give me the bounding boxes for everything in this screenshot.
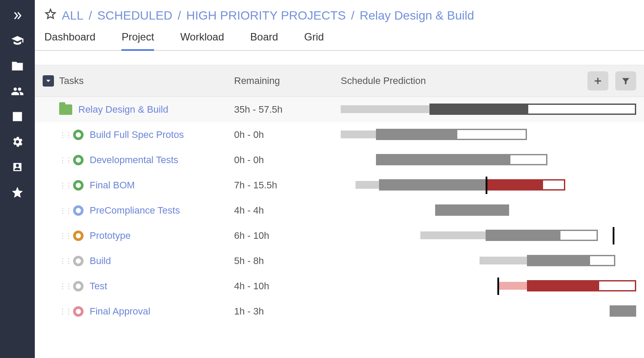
drag-handle-icon[interactable]: ⋮⋮: [59, 282, 67, 291]
task-row: ⋮⋮Developmental Tests0h - 0h: [35, 147, 644, 173]
gantt-segment[interactable]: [598, 280, 636, 291]
status-dot[interactable]: [73, 130, 84, 140]
task-row: ⋮⋮Build Full Spec Protos0h - 0h: [35, 122, 644, 147]
filter-button[interactable]: [615, 71, 636, 90]
drag-handle-icon[interactable]: ⋮⋮: [59, 232, 67, 240]
task-row: ⋮⋮Test4h - 10h: [35, 274, 644, 299]
breadcrumb-all[interactable]: ALL: [62, 9, 84, 23]
task-name[interactable]: Build: [90, 255, 111, 267]
profile-icon[interactable]: [10, 160, 24, 174]
schedule-bar: [341, 230, 636, 242]
drag-handle-icon[interactable]: ⋮⋮: [59, 156, 67, 164]
breadcrumb: ALL / SCHEDULED / HIGH PRIORITY PROJECTS…: [35, 0, 644, 27]
task-name[interactable]: Final BOM: [90, 180, 135, 191]
task-row: ⋮⋮PreCompliance Tests4h - 4h: [35, 198, 644, 223]
gantt-segment[interactable]: [559, 230, 597, 241]
task-name[interactable]: Final Approval: [90, 306, 150, 317]
status-dot[interactable]: [73, 155, 84, 165]
status-dot[interactable]: [73, 180, 84, 191]
gantt-segment[interactable]: [429, 104, 527, 115]
gantt-segment[interactable]: [542, 179, 565, 191]
tab-grid[interactable]: Grid: [304, 31, 324, 50]
task-name[interactable]: Relay Design & Build: [78, 104, 168, 115]
status-dot[interactable]: [73, 205, 84, 216]
task-name[interactable]: Test: [90, 281, 107, 292]
task-row: ⋮⋮Prototype6h - 10h: [35, 223, 644, 248]
remaining-value: 0h - 0h: [234, 129, 341, 141]
schedule-bar: [341, 104, 636, 116]
expand-sidebar-icon[interactable]: [10, 9, 24, 23]
task-row: ⋮⋮Final BOM7h - 15.5h: [35, 173, 644, 198]
projects-icon[interactable]: [10, 59, 24, 73]
tab-workload[interactable]: Workload: [180, 31, 224, 50]
view-tabs: Dashboard Project Workload Board Grid: [35, 27, 644, 51]
remaining-value: 4h - 10h: [234, 281, 341, 292]
gantt-segment[interactable]: [589, 255, 615, 266]
drag-handle-icon[interactable]: ⋮⋮: [59, 131, 67, 139]
breadcrumb-scheduled[interactable]: SCHEDULED: [97, 9, 173, 23]
gantt-segment[interactable]: [341, 130, 376, 138]
gantt-segment[interactable]: [376, 154, 509, 165]
status-dot[interactable]: [73, 306, 84, 317]
favorite-star-icon[interactable]: [44, 8, 57, 23]
drag-handle-icon[interactable]: ⋮⋮: [59, 257, 67, 265]
status-dot[interactable]: [73, 281, 84, 291]
gantt-segment[interactable]: [527, 255, 589, 266]
gantt-segment[interactable]: [527, 104, 636, 115]
tab-dashboard[interactable]: Dashboard: [44, 31, 95, 50]
remaining-value: 6h - 10h: [234, 230, 341, 241]
sidebar: [0, 0, 35, 358]
gantt-segment[interactable]: [486, 230, 560, 241]
gantt-segment[interactable]: [356, 181, 379, 189]
deadline-marker: [486, 177, 487, 194]
status-dot[interactable]: [73, 256, 84, 266]
drag-handle-icon[interactable]: ⋮⋮: [59, 207, 67, 215]
team-icon[interactable]: [10, 84, 24, 98]
gantt-segment[interactable]: [527, 280, 598, 291]
reports-icon[interactable]: [10, 110, 24, 124]
task-name[interactable]: Developmental Tests: [90, 154, 178, 166]
remaining-value: 7h - 15.5h: [234, 180, 341, 191]
settings-icon[interactable]: [10, 135, 24, 149]
grid-header: Tasks Remaining Schedule Prediction: [35, 65, 644, 97]
breadcrumb-current[interactable]: Relay Design & Build: [360, 9, 474, 23]
schedule-bar: [341, 204, 636, 217]
schedule-bar: [341, 305, 636, 318]
remaining-value: 4h - 4h: [234, 205, 341, 216]
gantt-segment[interactable]: [456, 129, 527, 140]
collapse-toggle[interactable]: [43, 75, 54, 87]
gantt-segment[interactable]: [435, 204, 509, 216]
tab-board[interactable]: Board: [250, 31, 278, 50]
gantt-segment[interactable]: [509, 154, 547, 165]
gantt-segment[interactable]: [497, 282, 527, 290]
gantt-segment[interactable]: [341, 105, 429, 113]
schedule-bar: [341, 255, 636, 267]
tab-project[interactable]: Project: [121, 31, 154, 51]
gantt-segment[interactable]: [376, 129, 456, 140]
schedule-bar: [341, 179, 636, 191]
gantt-segment[interactable]: [610, 305, 636, 317]
col-tasks-label: Tasks: [59, 75, 84, 87]
drag-handle-icon[interactable]: ⋮⋮: [59, 308, 67, 316]
learn-icon[interactable]: [10, 34, 24, 48]
deadline-marker: [497, 278, 499, 295]
col-schedule-label: Schedule Prediction: [341, 75, 587, 87]
status-dot[interactable]: [73, 231, 84, 241]
favorites-icon[interactable]: [10, 185, 24, 199]
schedule-bar: [341, 129, 636, 141]
task-name[interactable]: Build Full Spec Protos: [90, 129, 184, 141]
breadcrumb-high-priority[interactable]: HIGH PRIORITY PROJECTS: [186, 9, 346, 23]
gantt-segment[interactable]: [480, 257, 527, 264]
gantt-segment[interactable]: [379, 179, 485, 191]
task-rows: Relay Design & Build35h - 57.5h⋮⋮Build F…: [35, 97, 644, 324]
task-name[interactable]: PreCompliance Tests: [90, 205, 180, 216]
add-task-button[interactable]: [587, 71, 608, 90]
col-remaining-label: Remaining: [234, 75, 341, 87]
gantt-segment[interactable]: [486, 179, 542, 191]
remaining-value: 5h - 8h: [234, 255, 341, 267]
folder-icon: [59, 104, 72, 115]
drag-handle-icon[interactable]: ⋮⋮: [59, 181, 67, 190]
task-name[interactable]: Prototype: [90, 230, 131, 241]
remaining-value: 35h - 57.5h: [234, 104, 341, 115]
gantt-segment[interactable]: [420, 231, 485, 239]
